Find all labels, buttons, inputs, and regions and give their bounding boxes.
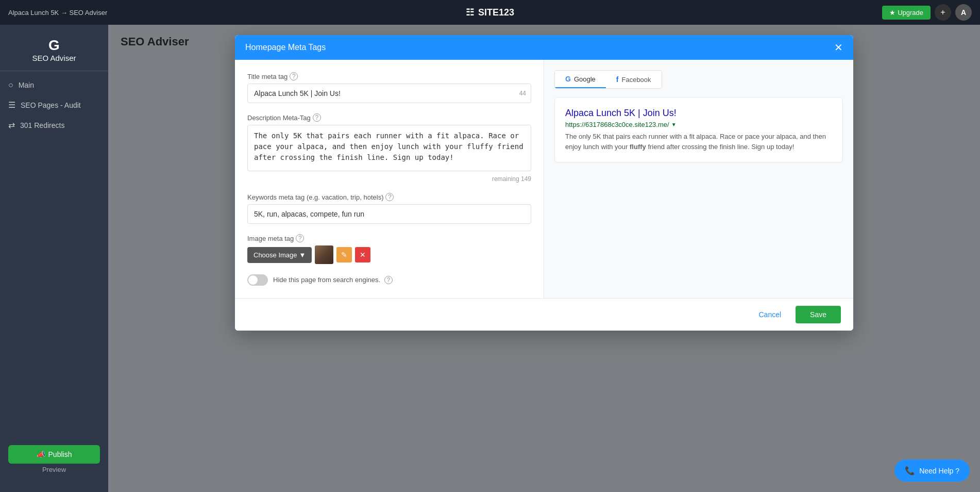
keywords-help-icon[interactable]: ?	[385, 193, 394, 201]
site-logo: ☷ SITE123	[466, 7, 514, 18]
google-icon: G	[565, 75, 571, 83]
sidebar-logo: G SEO Adviser	[0, 33, 108, 71]
sidebar-item-main[interactable]: ○ Main	[0, 75, 108, 95]
modal-header: Homepage Meta Tags ✕	[235, 35, 853, 60]
modal-form-panel: Title meta tag ? 44 Description Met	[235, 60, 544, 298]
topbar: Alpaca Lunch 5K → SEO Adviser ☷ SITE123 …	[0, 0, 980, 25]
image-thumbnail	[315, 245, 333, 264]
preview-title: Alpaca Lunch 5K | Join Us!	[565, 108, 832, 119]
image-meta-tag-group: Image meta tag ? Choose Image ▼	[247, 234, 531, 264]
site-logo-text: SITE123	[478, 7, 514, 18]
modal-preview-panel: G Google f Facebook Alpaca Lunch 5K | Jo…	[544, 60, 853, 298]
main-icon: ○	[8, 80, 13, 90]
homepage-meta-tags-modal: Homepage Meta Tags ✕ Title meta tag ?	[235, 35, 853, 331]
image-meta-row: Choose Image ▼ ✎ ✕	[247, 245, 531, 264]
description-meta-tag-label: Description Meta-Tag ?	[247, 113, 531, 122]
title-help-icon[interactable]: ?	[290, 72, 298, 80]
title-meta-tag-input[interactable]	[247, 84, 531, 103]
chevron-down-icon: ▼	[299, 251, 306, 259]
modal-title: Homepage Meta Tags	[245, 43, 326, 52]
image-thumb-preview	[315, 245, 333, 264]
audit-icon: ☰	[8, 100, 15, 110]
modal-body: Title meta tag ? 44 Description Met	[235, 60, 853, 298]
modal-footer: Cancel Save	[235, 298, 853, 331]
edit-icon: ✎	[341, 251, 347, 259]
title-meta-tag-label: Title meta tag ?	[247, 72, 531, 80]
keywords-meta-tag-label: Keywords meta tag (e.g. vacation, trip, …	[247, 193, 531, 201]
main-content: SEO Adviser Homepage Meta Tags ✕	[108, 25, 980, 492]
need-help-button[interactable]: 📞 Need Help ?	[894, 460, 970, 482]
modal-close-button[interactable]: ✕	[834, 42, 843, 53]
close-icon: ✕	[360, 251, 366, 259]
google-preview: Alpaca Lunch 5K | Join Us! https://63178…	[554, 97, 843, 162]
sidebar-item-seo-pages-audit[interactable]: ☰ SEO Pages - Audit	[0, 95, 108, 115]
keywords-meta-tag-input[interactable]	[247, 204, 531, 224]
hide-page-toggle[interactable]	[247, 274, 268, 286]
preview-tabs: G Google f Facebook	[554, 70, 662, 89]
description-meta-tag-group: Description Meta-Tag ? The only 5K that …	[247, 113, 531, 183]
save-button[interactable]: Save	[796, 306, 841, 323]
keywords-meta-tag-group: Keywords meta tag (e.g. vacation, trip, …	[247, 193, 531, 224]
hide-page-label: Hide this page from search engines. ?	[273, 276, 393, 284]
phone-icon: 📞	[905, 466, 915, 475]
redirects-icon: ⇄	[8, 120, 15, 130]
sidebar-item-label: 301 Redirects	[20, 121, 64, 129]
sidebar: G SEO Adviser ○ Main ☰ SEO Pages - Audit…	[0, 25, 108, 492]
highlight-text: fluffy	[630, 143, 646, 151]
url-arrow-icon: ▼	[671, 122, 677, 127]
preview-description: The only 5K that pairs each runner with …	[565, 132, 832, 152]
breadcrumb: Alpaca Lunch 5K → SEO Adviser	[8, 9, 107, 17]
sidebar-item-label: Main	[19, 81, 34, 89]
modal-overlay: Homepage Meta Tags ✕ Title meta tag ?	[108, 25, 980, 492]
topbar-actions: ★ Upgrade + A	[882, 4, 972, 21]
description-meta-tag-textarea[interactable]: The only 5K that pairs each runner with …	[247, 125, 531, 171]
app-layout: G SEO Adviser ○ Main ☰ SEO Pages - Audit…	[0, 25, 980, 492]
preview-link[interactable]: Preview	[8, 464, 100, 475]
title-input-wrapper: 44	[247, 84, 531, 103]
sidebar-item-label: SEO Pages - Audit	[21, 101, 81, 109]
description-help-icon[interactable]: ?	[313, 113, 321, 122]
add-button[interactable]: +	[935, 4, 951, 21]
sidebar-item-301-redirects[interactable]: ⇄ 301 Redirects	[0, 115, 108, 135]
toggle-knob	[248, 275, 258, 285]
choose-image-button[interactable]: Choose Image ▼	[247, 247, 312, 263]
image-help-icon[interactable]: ?	[296, 234, 304, 242]
title-meta-tag-group: Title meta tag ? 44	[247, 72, 531, 103]
site-logo-icon: ☷	[466, 7, 474, 18]
sidebar-publish-section: 📣 Publish Preview	[0, 437, 108, 484]
megaphone-icon: 📣	[37, 450, 45, 458]
upgrade-button[interactable]: ★ Upgrade	[882, 6, 931, 20]
char-count: 44	[519, 90, 526, 97]
facebook-icon: f	[616, 75, 619, 84]
edit-image-button[interactable]: ✎	[336, 247, 352, 263]
tab-facebook[interactable]: f Facebook	[606, 71, 662, 88]
avatar-button[interactable]: A	[955, 4, 972, 21]
star-icon: ★	[889, 9, 895, 17]
hide-page-toggle-row: Hide this page from search engines. ?	[247, 274, 531, 286]
image-meta-tag-label: Image meta tag ?	[247, 234, 531, 242]
tab-google[interactable]: G Google	[555, 71, 606, 88]
remove-image-button[interactable]: ✕	[355, 247, 370, 263]
logo-text: SEO Adviser	[32, 54, 76, 62]
publish-button[interactable]: 📣 Publish	[8, 445, 100, 464]
hide-help-icon[interactable]: ?	[384, 276, 393, 284]
cancel-button[interactable]: Cancel	[750, 306, 789, 323]
preview-url: https://6317868c3c0ce.site123.me/ ▼	[565, 121, 832, 128]
logo-letter: G	[48, 37, 60, 54]
remaining-count: remaining 149	[247, 175, 531, 183]
